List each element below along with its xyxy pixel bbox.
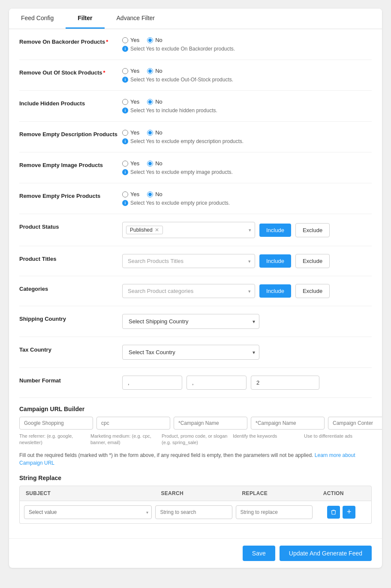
subject-select[interactable]: Select value — [24, 505, 152, 519]
row-empty-image: Remove Empty Image Products Yes No i Sel… — [19, 152, 372, 183]
campaign-hint-1: Marketing medium: (e.g. cpc, banner, ema… — [90, 433, 158, 446]
col-action: ACTION — [317, 486, 371, 501]
backorder-yes-radio[interactable] — [122, 37, 128, 43]
string-replace-table-body: Select value ▾ + — [19, 501, 372, 524]
product-titles-include-button[interactable]: Include — [259, 254, 291, 268]
row-product-status: Product Status Published ✕ ▾ Include Exc… — [19, 214, 372, 246]
oos-no-option[interactable]: No — [147, 68, 162, 74]
row-shipping-country: Shipping Country Select Shipping Country… — [19, 306, 372, 337]
row-hidden: Include Hidden Products Yes No i Select … — [19, 91, 372, 122]
product-status-include-button[interactable]: Include — [259, 224, 291, 237]
add-button[interactable]: + — [343, 506, 355, 519]
learn-more-link[interactable]: Learn more about Campaign URL — [19, 452, 355, 466]
string-search-input[interactable] — [155, 505, 232, 519]
tag-close-icon[interactable]: ✕ — [155, 227, 159, 233]
emptyprice-yes-option[interactable]: Yes — [122, 191, 139, 197]
published-tag: Published ✕ — [126, 226, 163, 234]
number-format-field2[interactable] — [186, 376, 247, 390]
product-titles-exclude-button[interactable]: Exclude — [295, 254, 330, 268]
emptyprice-no-option[interactable]: No — [147, 191, 162, 197]
label-backorder: Remove On Backorder Products* — [19, 37, 122, 45]
oos-no-radio[interactable] — [147, 68, 153, 74]
emptyimage-yes-radio[interactable] — [122, 161, 128, 167]
col-search: SEARCH — [155, 486, 236, 501]
label-empty-image: Remove Empty Image Products — [19, 160, 122, 168]
trash-icon — [331, 509, 336, 515]
emptyimage-no-radio[interactable] — [147, 161, 153, 167]
info-icon: i — [122, 169, 128, 175]
campaign-source-input[interactable] — [19, 417, 93, 430]
backorder-yes-option[interactable]: Yes — [122, 37, 139, 43]
row-out-of-stock: Remove Out Of Stock Products* Yes No i S… — [19, 60, 372, 91]
oos-yes-option[interactable]: Yes — [122, 68, 139, 74]
backorder-no-radio[interactable] — [147, 37, 153, 43]
info-icon: i — [122, 46, 128, 52]
categories-select[interactable]: Search Product categories — [122, 284, 255, 298]
hidden-no-radio[interactable] — [147, 99, 153, 105]
tab-filter[interactable]: Filter — [66, 9, 104, 29]
controls-number-format — [122, 376, 372, 390]
save-button[interactable]: Save — [243, 546, 275, 561]
oos-yes-radio[interactable] — [122, 68, 128, 74]
campaign-url-section: Campaign URL Builder The referrer: (e.g.… — [19, 398, 372, 467]
number-format-field3[interactable] — [251, 376, 319, 390]
tab-advance-filter[interactable]: Advance Filter — [105, 9, 167, 29]
string-replace-input[interactable] — [236, 505, 313, 519]
product-titles-select[interactable]: Search Products Titles — [122, 254, 255, 268]
controls-empty-desc: Yes No i Select Yes to exclude empty des… — [122, 129, 372, 144]
emptyimage-yes-option[interactable]: Yes — [122, 160, 139, 167]
hidden-yes-option[interactable]: Yes — [122, 98, 139, 105]
info-icon: i — [122, 200, 128, 206]
campaign-term-input[interactable] — [251, 417, 325, 430]
tax-country-select[interactable]: Select Tax Country — [122, 345, 259, 360]
controls-product-status: Published ✕ ▾ Include Exclude — [122, 222, 372, 238]
emptydesc-yes-radio[interactable] — [122, 130, 128, 136]
update-generate-button[interactable]: Update And Generate Feed — [280, 546, 372, 561]
row-product-titles: Product Titles Search Products Titles ▾ … — [19, 246, 372, 276]
campaign-medium-input[interactable] — [96, 417, 170, 430]
product-status-dropdown[interactable]: Published ✕ ▾ — [122, 222, 255, 238]
product-status-exclude-button[interactable]: Exclude — [295, 223, 330, 237]
row-empty-desc: Remove Empty Description Products Yes No… — [19, 122, 372, 152]
filter-content: Remove On Backorder Products* Yes No i S… — [9, 29, 382, 534]
controls-backorder: Yes No i Select Yes to exclude On Backor… — [122, 37, 372, 52]
campaign-hint-4: Use to differentiate ads — [304, 433, 372, 446]
label-product-titles: Product Titles — [19, 254, 122, 262]
emptydesc-hint: i Select Yes to exclude empty descriptio… — [122, 138, 372, 144]
categories-include-button[interactable]: Include — [259, 284, 291, 298]
row-categories: Categories Search Product categories ▾ I… — [19, 276, 372, 306]
string-replace-table-header: SUBJECT SEARCH REPLACE ACTION — [19, 486, 372, 501]
emptyimage-no-option[interactable]: No — [147, 160, 162, 167]
categories-dropdown-wrapper: Search Product categories ▾ — [122, 284, 255, 298]
emptyprice-yes-radio[interactable] — [122, 191, 128, 197]
row-number-format: Number Format — [19, 368, 372, 398]
string-replace-title: String Replace — [19, 475, 372, 481]
emptydesc-yes-option[interactable]: Yes — [122, 129, 139, 136]
campaign-name-input[interactable] — [174, 417, 247, 430]
shipping-country-select[interactable]: Select Shipping Country — [122, 314, 259, 329]
hidden-hint: i Select Yes to include hidden products. — [122, 107, 372, 113]
emptydesc-no-radio[interactable] — [147, 130, 153, 136]
campaign-content-input[interactable] — [328, 417, 382, 430]
delete-button[interactable] — [327, 506, 340, 519]
col-replace: REPLACE — [236, 486, 317, 501]
categories-exclude-button[interactable]: Exclude — [295, 284, 330, 298]
campaign-hint-2: Product, promo code, or slogan (e.g. spr… — [162, 433, 229, 446]
tab-feed-config[interactable]: Feed Config — [9, 9, 66, 29]
controls-product-titles: Search Products Titles ▾ Include Exclude — [122, 254, 372, 268]
campaign-url-title: Campaign URL Builder — [19, 398, 372, 417]
emptydesc-no-option[interactable]: No — [147, 129, 162, 136]
controls-tax-country: Select Tax Country ▾ — [122, 345, 372, 360]
number-format-field1[interactable] — [122, 376, 182, 390]
hidden-yes-radio[interactable] — [122, 99, 128, 105]
row-tax-country: Tax Country Select Tax Country ▾ — [19, 337, 372, 368]
hidden-no-option[interactable]: No — [147, 98, 162, 105]
subject-select-wrapper: Select value ▾ — [24, 505, 152, 519]
campaign-hint-0: The referrer: (e.g. google, newsletter) — [19, 433, 87, 446]
string-replace-section: String Replace SUBJECT SEARCH REPLACE AC… — [19, 475, 372, 524]
backorder-no-option[interactable]: No — [147, 37, 162, 43]
info-icon: i — [122, 138, 128, 144]
emptyprice-no-radio[interactable] — [147, 191, 153, 197]
row-backorder: Remove On Backorder Products* Yes No i S… — [19, 29, 372, 60]
info-icon: i — [122, 107, 128, 113]
